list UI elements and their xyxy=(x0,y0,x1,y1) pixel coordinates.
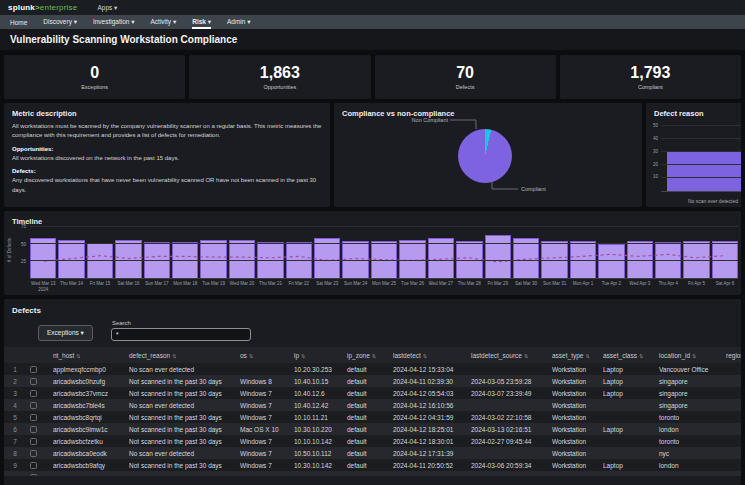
row-number: 4 xyxy=(4,399,26,411)
table-row[interactable]: 9aricadwsbcb9afqyNot scanned in the past… xyxy=(4,459,741,471)
cell-os: Windows 8 xyxy=(236,375,290,387)
pie-label-non-compliant: Non Compliant xyxy=(376,117,448,123)
cell-defect-reason: Not scanned in the past 30 days xyxy=(125,387,236,399)
cell-nt-host: aricadwsbc37vmcz xyxy=(49,387,125,399)
table-row-partial[interactable] xyxy=(4,471,741,476)
kpi-label: Compliant xyxy=(638,84,663,90)
cell-location-id: singapore xyxy=(655,399,722,411)
cell-lastdetect-source: 2024-03-06 20:59:34 xyxy=(467,459,548,471)
nav-item-home[interactable]: Home xyxy=(10,15,27,29)
row-checkbox[interactable] xyxy=(30,390,37,397)
cell-ip-zone: default xyxy=(343,423,389,435)
cell-defect-reason: Not scanned in the past 30 days xyxy=(125,423,236,435)
cell-os: Windows 7 xyxy=(236,447,290,459)
nav-item-activity[interactable]: Activity ▾ xyxy=(151,15,177,29)
table-row[interactable]: 7aricadwsbcfzetkuNot scanned in the past… xyxy=(4,435,741,447)
row-checkbox[interactable] xyxy=(30,378,37,385)
timeline-x-label: Mon Apr 1 xyxy=(570,281,596,294)
cell-ip-zone: default xyxy=(343,411,389,423)
nav-item-admin[interactable]: Admin ▾ xyxy=(227,15,251,29)
timeline-x-label: Thu Mar 28 xyxy=(456,281,482,294)
timeline-x-label: Fri Mar 15 xyxy=(87,281,113,294)
table-row[interactable]: 5aricadwsbc8qrtqiNot scanned in the past… xyxy=(4,411,741,423)
table-row[interactable]: 8aricadwsbca0eodkNo scan ever detectedWi… xyxy=(4,447,741,459)
nav-item-risk[interactable]: Risk ▾ xyxy=(192,15,211,29)
column-header-ip[interactable]: ip⇅ xyxy=(290,347,343,363)
table-row[interactable]: 4aricadwsbc7ble4sNo scan ever detectedWi… xyxy=(4,399,741,411)
column-header-location-id[interactable]: location_id⇅ xyxy=(655,347,722,363)
top-bar: splunk>enterprise Apps ▾ xyxy=(0,0,745,15)
column-header-ip-zone[interactable]: ip_zone⇅ xyxy=(343,347,389,363)
table-row[interactable]: 6aricadwsbc9lmw1cNot scanned in the past… xyxy=(4,423,741,435)
row-checkbox[interactable] xyxy=(30,438,37,445)
row-checkbox[interactable] xyxy=(30,426,37,433)
cell-location-id: london xyxy=(655,459,722,471)
timeline-chart xyxy=(30,224,738,279)
cell-lastdetect-source: 2024-03-02 22:10:58 xyxy=(467,411,548,423)
checkbox-cell xyxy=(26,399,49,411)
column-header-lastdetect-source[interactable]: lastdetect_source⇅ xyxy=(467,347,548,363)
defect-reason-bar[interactable] xyxy=(667,151,741,191)
row-checkbox[interactable] xyxy=(30,366,37,373)
timeline-x-label: Tue Mar 19 xyxy=(200,281,226,294)
row-checkbox[interactable] xyxy=(30,414,37,421)
search-input[interactable] xyxy=(111,328,251,341)
column-header-asset-class[interactable]: asset_class⇅ xyxy=(599,347,655,363)
timeline-x-label: Wed Mar 132024 xyxy=(30,281,56,294)
cell-lastdetect: 2024-04-11 02:39:30 xyxy=(389,375,467,387)
cell-lastdetect-source xyxy=(467,399,548,411)
cell-lastdetect: 2024-04-12 17:31:39 xyxy=(389,447,467,459)
column-header-asset-type[interactable]: asset_type⇅ xyxy=(548,347,599,363)
defect-reason-chart xyxy=(661,120,741,192)
table-row[interactable]: 3aricadwsbc37vmczNot scanned in the past… xyxy=(4,387,741,399)
cell-nt-host: applmexqfccmbp0 xyxy=(49,363,125,375)
row-checkbox[interactable] xyxy=(30,474,37,476)
cell-lastdetect-source: 2024-03-13 02:16:51 xyxy=(467,423,548,435)
kpi-label: Exceptions xyxy=(81,84,108,90)
row-checkbox[interactable] xyxy=(30,462,37,469)
cell-lastdetect: 2024-04-12 18:25:01 xyxy=(389,423,467,435)
cell-lastdetect: 2024-04-12 04:31:59 xyxy=(389,411,467,423)
apps-menu[interactable]: Apps ▾ xyxy=(97,4,117,12)
metric-description-text: All workstations must be scanned by the … xyxy=(12,122,322,141)
cell-ip-zone: default xyxy=(343,399,389,411)
cell-lastdetect-source xyxy=(467,447,548,459)
y-tick: 75 xyxy=(10,224,26,229)
metric-description-panel: Metric description All workstations must… xyxy=(4,103,330,207)
column-header-defect-reason[interactable]: defect_reason⇅ xyxy=(125,347,236,363)
cell-asset-type: Workstation xyxy=(548,447,599,459)
timeline-x-label: Thu Apr 4 xyxy=(655,281,681,294)
timeline-x-sublabel: 2024 xyxy=(30,287,56,293)
kpi-compliant: 1,793Compliant xyxy=(560,55,741,99)
sort-icon: ⇅ xyxy=(524,353,528,359)
row-number xyxy=(4,471,26,476)
column-header-nt-host[interactable]: nt_host⇅ xyxy=(49,347,125,363)
column-header-os[interactable]: os⇅ xyxy=(236,347,290,363)
cell-asset-class: Laptop xyxy=(599,459,655,471)
cell-nt-host: aricadwsbcfzetku xyxy=(49,435,125,447)
cell-asset-type: Workstation xyxy=(548,435,599,447)
exceptions-dropdown[interactable]: Exceptions ▾ xyxy=(38,325,93,341)
row-checkbox[interactable] xyxy=(30,450,37,457)
cell-lastdetect: 2024-04-12 05:54:03 xyxy=(389,387,467,399)
search-label: Search xyxy=(112,320,251,326)
table-row[interactable]: 1applmexqfccmbp0No scan ever detected10.… xyxy=(4,363,741,375)
row-number: 7 xyxy=(4,435,26,447)
row-checkbox[interactable] xyxy=(30,402,37,409)
cell-location-id: singapore xyxy=(655,375,722,387)
compliance-pie-chart[interactable] xyxy=(458,129,512,183)
nav-item-investigation[interactable]: Investigation ▾ xyxy=(93,15,135,29)
nav-item-discovery[interactable]: Discovery ▾ xyxy=(43,15,77,29)
table-row[interactable]: 2aricadwsbc0hzufgNot scanned in the past… xyxy=(4,375,741,387)
column-header-region[interactable]: region⇅ xyxy=(722,347,741,363)
gridline xyxy=(661,177,741,178)
checkbox-cell xyxy=(26,375,49,387)
cell-location-id: london xyxy=(655,423,722,435)
cell-empty xyxy=(49,471,125,476)
kpi-row: 0Exceptions1,863Opportunities70Defects1,… xyxy=(4,55,741,99)
defects-heading: Defects: xyxy=(12,167,322,176)
cell-lastdetect: 2024-04-12 18:30:01 xyxy=(389,435,467,447)
defect-reason-panel: Defect reason No scan ever detected 1020… xyxy=(646,103,741,207)
cell-region xyxy=(722,423,741,435)
column-header-lastdetect[interactable]: lastdetect⇅ xyxy=(389,347,467,363)
